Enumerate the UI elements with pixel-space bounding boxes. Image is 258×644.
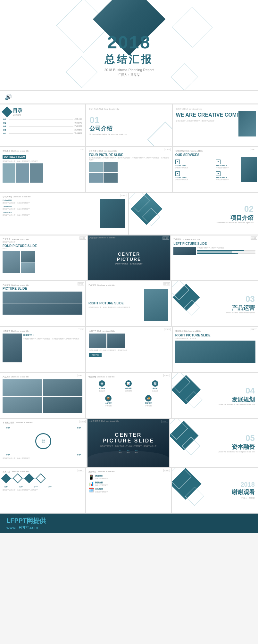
row-prod-exchange-ops: 产品交互 Click here to add title PICTURE SLI… [0, 281, 258, 326]
market-dev-slide: 市场开划背景 Click here to add title 市场规划 目标1 … [0, 419, 87, 467]
events-timeline-slide: 公司大事记 Click here to add title 21-Jun-201… [0, 193, 128, 235]
ss-content: 添加文字： 添加文字说明文字，添加文字说明文字，添加文字说明文字，添加文字说明文… [3, 334, 83, 362]
product-ops-section: 03 产品运营 Under the line below the templat… [172, 281, 258, 326]
bottom-banner: LFPPT网提供 www.LFPPT.com [0, 514, 258, 533]
all-slides: 2018 总结汇报 2018 Business Planning Report … [0, 0, 258, 533]
dev-subtitle: Under the line below the template Input … [218, 403, 255, 405]
proj-text: 02 项目介绍 Under the line below the templat… [217, 204, 255, 224]
events-photo-2 [104, 162, 118, 172]
ind-title: FOUR PICTURE SLIDE [3, 244, 85, 248]
events-photos [89, 162, 118, 183]
ind-photo-2 [21, 251, 35, 262]
promo-text: 公司名称摘要文字，添加文字说明文字，添加文字说明 [89, 349, 169, 351]
product-exchange2-slide: 产品交互 Click here to add title RIGHT PICTU… [86, 281, 171, 326]
events-photo-1 [89, 162, 103, 172]
cc-step-4 [36, 473, 46, 483]
company-intro-section: 公司介绍 Click here to add title 01 公司介绍 Und… [86, 104, 171, 146]
log-tag: 物流策略 Click here to add title [88, 376, 168, 378]
cap-text: 05 资本融资 Under the line below the templat… [218, 433, 255, 453]
lp-title: LEFT PICTURE SLIDE [173, 242, 255, 245]
ci-number: 01 [89, 116, 168, 125]
tourism-slide: 旅游计划 Click here to add title 📱 📊 🗓️ 旅游服务… [86, 468, 171, 513]
ty-year: 2018 [232, 481, 255, 488]
banner-sub: www.LFPPT.com [6, 525, 46, 530]
title-reporter: 汇报人：某某某 [104, 73, 154, 77]
ind-photos-right [21, 251, 35, 273]
service-1: ✦ YOUR TITLE 添加文字说明文字 [175, 158, 215, 169]
tour-text: 旅游服务 添加文字说明文字 数据分析 添加文字说明文字 计划管理 添加文字说明文… [95, 475, 168, 493]
banner-main: LFPPT网提供 [6, 516, 46, 525]
promo-logo: LOGO [164, 328, 171, 331]
toc-label: 目录 [13, 108, 22, 114]
industry-bg-slide: 产业背景 Click here to add title 添加文字说明文字 FO… [0, 235, 87, 280]
deco-diamond-bl [66, 56, 98, 88]
cc-flow [3, 475, 82, 482]
services-title: OUR SERVICES [175, 153, 255, 157]
logistics-slide: 物流策略 Click here to add title ☎ 物流服务 添加说明… [86, 373, 171, 418]
creative-photo [238, 111, 256, 136]
lp-photo [173, 247, 196, 255]
ss-photo [3, 334, 22, 362]
cc-step-1 [1, 473, 11, 483]
creative-tag: 公司介绍 Click here to add title [176, 108, 255, 111]
ind-center-text: CENTER PICTURE 添加文字说明文字，添加文字说明文字 [88, 235, 170, 280]
cost-control-slide: 成本工控 Click here to add title 成本1 成本2 成本3… [0, 468, 85, 513]
log-item-2: 📊 数据分析 添加说明 [125, 380, 132, 392]
promo-tag: 示例广告 Click here to add title [89, 330, 169, 333]
md-diagram: 市场规划 目标1 目标2 目标3 目标4 [3, 425, 84, 457]
services-slide: 公司大事记 Click here to add title OUR SERVIC… [173, 147, 258, 192]
ss-tag: 公路服务 Click here to add title [3, 330, 83, 333]
row-team-events-services: 讲结成员 Click here to add title OUR BEST TE… [0, 147, 258, 192]
pe2-content: RIGHT PICTURE SLIDE 添加文字说明文字，添加文字说明文字，添加… [88, 289, 168, 321]
cap-title: 资本融资 [218, 443, 255, 451]
title-content: 2018 总结汇报 2018 Business Planning Report … [104, 32, 154, 77]
rp1-photo [175, 341, 255, 363]
timeline-tag: 公司大事记 Click here to add title [3, 195, 125, 198]
ops-subtitle: Under the line below the template [226, 312, 255, 314]
proj-subtitle: Under the line below the template Input … [217, 222, 254, 224]
pe2-tag: 产品交互 Click here to add title [88, 284, 168, 287]
cap-number: 05 [218, 433, 255, 443]
ps-logo: LOGO [78, 374, 84, 377]
right-picture-slide-1: 项目市点 Click here to add title RIGHT PICTU… [173, 327, 258, 372]
creative-company-slide: 公司介绍 Click here to add title WE ARE CREA… [173, 104, 258, 146]
row-market-center-capital: 市场开划背景 Click here to add title 市场规划 目标1 … [0, 419, 258, 467]
tour-content: 📱 📊 🗓️ 旅游服务 添加文字说明文字 数据分析 添加文字说明文字 计划管理 [88, 475, 168, 493]
ind-photo-1 [3, 251, 20, 273]
center-picture-big-slide: CENTER PICTURE SLIDE 添加文字说明文字，添加文字说明文字，添… [87, 419, 169, 467]
toc-diamond [2, 106, 12, 117]
tour-logo: LOGO [163, 469, 170, 472]
lp-text: 添加文字说明文字，添加文字说明文字 [197, 247, 255, 255]
team-slide: 讲结成员 Click here to add title OUR BEST TE… [0, 147, 85, 192]
md-tag: 市场开划背景 Click here to add title [3, 421, 84, 424]
ps-p2 [43, 379, 82, 396]
log-circles: ☎ 物流服务 添加说明 📊 数据分析 添加说明 🔄 供应链 [88, 380, 168, 392]
md-logo: LOGO [79, 420, 86, 423]
toc-item-5: 05 资本融资 [3, 132, 82, 135]
promo-photos [89, 334, 169, 348]
ind-logo: LOGO [79, 236, 86, 240]
cc-labels: 成本1 成本2 成本3 成本4 [3, 486, 82, 488]
deco-diamond-br [171, 63, 198, 90]
project-intro-section: 02 项目介绍 Under the line below the templat… [129, 193, 258, 235]
toc-item-1: 01 公司介绍 [3, 118, 82, 121]
dev-number: 04 [218, 386, 255, 396]
service-3: ✦ YOUR TITLE 添加文字说明文字 [175, 170, 215, 180]
ops-title: 产品运营 [226, 304, 255, 312]
team-photos [3, 163, 83, 183]
toc-item-4: 04 发展规划 [3, 128, 82, 131]
speaker-icon: 🔊 [5, 94, 12, 101]
promo-button[interactable]: 了解更多 [89, 353, 102, 357]
promo-photo-2 [107, 334, 125, 348]
toc-item-2: 02 项目介绍 [3, 121, 82, 124]
title-year: 2018 [104, 32, 154, 53]
row-cost-tourism-thanks: 成本工控 Click here to add title 成本1 成本2 成本3… [0, 468, 258, 513]
md-circle: 市场规划 [35, 433, 51, 449]
title-slide: 2018 总结汇报 2018 Business Planning Report … [0, 0, 258, 90]
ps-p1 [3, 379, 42, 396]
ind-tag: 产业背景 Click here to add title [3, 238, 85, 241]
services-tag: 公司大事记 Click here to add title [175, 150, 255, 153]
lp-tag: 产品地位 Click here to add title [173, 238, 255, 241]
pe-tag: 产品交互 Click here to add title [3, 284, 82, 287]
toc-slide: 目录 Content 01 公司介绍 02 项目介绍 03 产品运营 04 [0, 104, 85, 146]
